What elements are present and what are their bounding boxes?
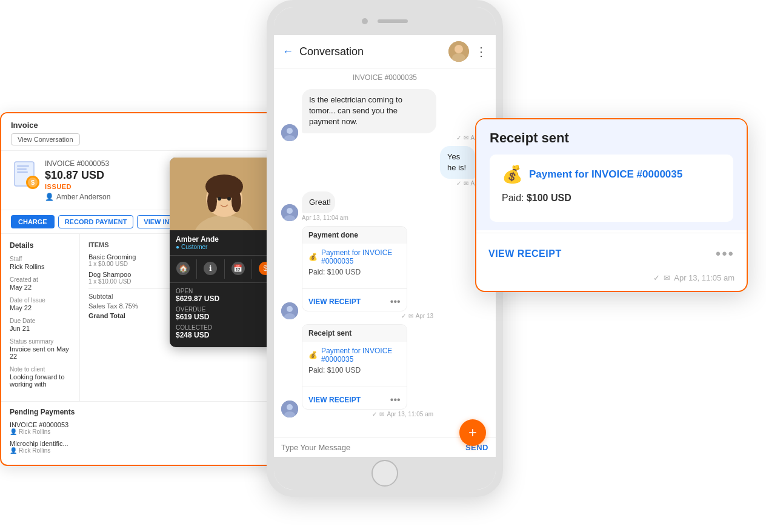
charge-button[interactable]: CHARGE <box>11 215 55 228</box>
receipt-popup-payment-row: 💰 Payment for INVOICE #0000035 <box>502 164 721 184</box>
payment-done-header: Payment done <box>302 227 407 244</box>
info-icon: ℹ <box>204 262 217 275</box>
svg-point-13 <box>218 197 221 201</box>
check-icon: ✓ <box>372 411 377 417</box>
message-row: Payment done 💰 Payment for INVOICE #0000… <box>281 226 488 319</box>
detail-created: Created at May 22 <box>10 276 71 291</box>
message-input[interactable] <box>281 443 461 452</box>
message-bubble: Yes he is! <box>440 146 475 179</box>
message-row: Is the electrician coming to tomor... ca… <box>281 89 488 141</box>
view-conversation-button[interactable]: View Conversation <box>11 133 80 145</box>
svg-point-26 <box>287 306 293 312</box>
receipt-popup-footer: VIEW RECEIPT ••• <box>476 241 747 271</box>
overdue-summary-row: OVERDUE $619 USD <box>176 306 273 321</box>
back-button[interactable]: ← <box>282 45 293 58</box>
record-payment-button[interactable]: RECORD PAYMENT <box>58 215 134 228</box>
receipt-footer: VIEW RECEIPT ••• <box>302 391 407 409</box>
calendar-icon: 📅 <box>231 262 245 275</box>
info-nav-item[interactable]: ℹ <box>197 259 224 279</box>
coins-icon: 💰 <box>308 351 318 359</box>
receipt-sent-card: Receipt sent 💰 Payment for INVOICE #0000… <box>302 324 407 410</box>
coins-icon: 💰 <box>308 253 318 261</box>
receipt-popup-timestamp: ✓ ✉ Apr 13, 11:05 am <box>476 271 747 291</box>
phone-screen: ← Conversation ⋮ INVOICE #0000035 <box>274 35 496 457</box>
invoice-status: ISSUED <box>45 183 110 190</box>
view-receipt-button[interactable]: VIEW RECEIPT <box>308 396 361 404</box>
phone-frame: ← Conversation ⋮ INVOICE #0000035 <box>267 0 503 497</box>
message-row: Great! Apr 13, 11:04 am <box>281 191 488 221</box>
receipt-popup-header: Receipt sent 💰 Payment for INVOICE #0000… <box>476 119 747 230</box>
payment-link: 💰 Payment for INVOICE #0000035 <box>308 248 401 265</box>
more-options-icon[interactable]: ••• <box>390 296 401 307</box>
receipt-sent-body: 💰 Payment for INVOICE #0000035 Paid: $10… <box>302 342 407 383</box>
check-icon: ✓ <box>456 180 461 187</box>
receipt-popup-view-button[interactable]: VIEW RECEIPT <box>488 248 562 259</box>
phone-camera <box>362 18 368 24</box>
message-row: Yes he is! ✓ ✉ Apr 13 <box>281 146 488 187</box>
phone-bottom-bar <box>274 457 496 490</box>
message-meta: ✓ ✉ Apr 13 <box>302 135 488 141</box>
svg-point-12 <box>231 190 241 212</box>
contact-info: Amber Ande ● Customer <box>170 230 279 256</box>
receipt-popup-body: 💰 Payment for INVOICE #0000035 Paid: $10… <box>490 155 733 222</box>
list-item: Microchip identific... 👤 Rick Rollins <box>10 440 269 454</box>
home-button[interactable] <box>371 460 398 487</box>
payment-done-body: 💰 Payment for INVOICE #0000035 Paid: $10… <box>302 244 407 285</box>
view-receipt-button[interactable]: VIEW RECEIPT <box>308 298 361 306</box>
payment-coins-icon: 💰 <box>502 164 523 184</box>
add-button[interactable]: + <box>459 419 486 446</box>
more-options-icon[interactable]: ••• <box>716 245 734 262</box>
check-icon: ✓ <box>401 313 406 319</box>
email-icon: ✉ <box>664 273 670 282</box>
home-icon: 🏠 <box>176 262 190 275</box>
svg-rect-15 <box>206 218 242 230</box>
svg-point-20 <box>287 128 293 134</box>
scene: Invoice View Conversation $ INVOICE #000… <box>0 0 766 532</box>
message-bubble: Great! <box>302 191 335 213</box>
invoice-client: 👤 Amber Anderson <box>45 193 110 201</box>
person-icon: 👤 <box>10 447 17 454</box>
contact-avatar-img <box>170 158 279 230</box>
phone-top-bar <box>274 7 496 35</box>
sender-avatar <box>281 204 298 221</box>
email-icon: ✉ <box>379 411 384 417</box>
collected-summary-row: COLLECTED $248 USD <box>176 324 273 339</box>
sender-avatar <box>281 302 298 319</box>
paid-amount: Paid: $100 USD <box>308 268 401 276</box>
detail-status-summary: Status summary Invoice sent on May 22 <box>10 338 71 360</box>
chat-title: Conversation <box>299 45 442 58</box>
sender-avatar <box>281 124 298 141</box>
chat-messages: Is the electrician coming to tomor... ca… <box>274 84 496 437</box>
check-icon: ✓ <box>456 135 461 141</box>
receipt-popup-divider <box>476 233 747 233</box>
more-options-icon[interactable]: ••• <box>390 394 401 405</box>
details-column: Details Staff Rick Rollins Created at Ma… <box>1 234 80 401</box>
chat-header: ← Conversation ⋮ <box>274 35 496 68</box>
payment-link: 💰 Payment for INVOICE #0000035 <box>308 347 401 364</box>
email-icon: ✉ <box>464 135 468 141</box>
receipt-popup: Receipt sent 💰 Payment for INVOICE #0000… <box>475 118 748 292</box>
svg-rect-1 <box>17 165 29 167</box>
detail-staff: Staff Rick Rollins <box>10 256 71 270</box>
message-meta: ✓ ✉ Apr 13, 11:05 am <box>302 411 433 417</box>
home-nav-item[interactable]: 🏠 <box>170 259 197 279</box>
svg-rect-3 <box>17 171 28 173</box>
receipt-popup-paid: Paid: $100 USD <box>502 193 721 204</box>
email-icon: ✉ <box>464 180 468 187</box>
pending-section: Pending Payments INVOICE #0000053 👤 Rick… <box>1 402 278 465</box>
contact-name: Amber Ande <box>176 235 273 244</box>
details-title: Details <box>10 241 71 250</box>
more-button[interactable]: ⋮ <box>475 44 487 59</box>
pending-title: Pending Payments <box>10 408 269 416</box>
svg-point-11 <box>207 190 217 212</box>
receipt-popup-payment-title: Payment for INVOICE #0000035 <box>529 168 682 181</box>
calendar-nav-item[interactable]: 📅 <box>225 259 252 279</box>
invoice-number: INVOICE #0000053 <box>45 159 110 168</box>
receipt-footer: VIEW RECEIPT ••• <box>302 293 407 311</box>
svg-point-17 <box>455 45 463 53</box>
message-meta: Apr 13, 11:04 am <box>302 214 348 221</box>
detail-due-date: Due Date Jun 21 <box>10 318 71 332</box>
invoice-title: Invoice <box>11 121 268 130</box>
user-avatar <box>448 41 469 62</box>
contact-summary: OPEN $629.87 USD OVERDUE $619 USD COLLEC… <box>170 282 279 347</box>
